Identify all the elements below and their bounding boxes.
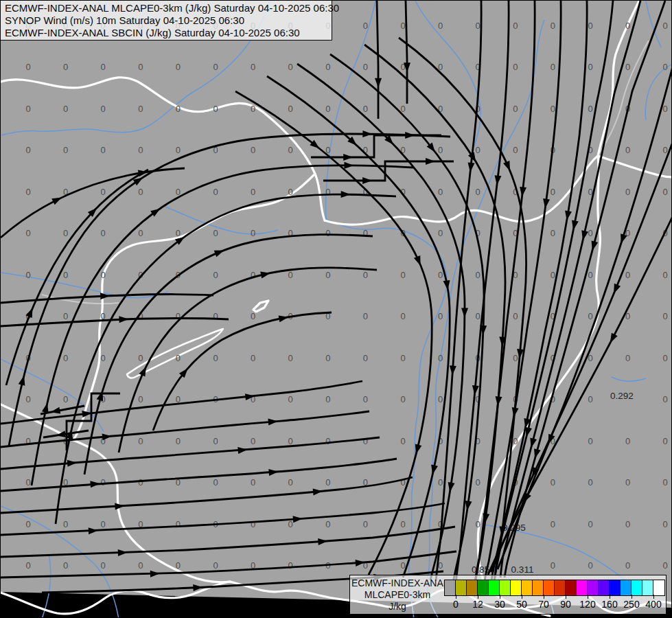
zero-label: 0 xyxy=(625,62,630,72)
zero-label: 0 xyxy=(251,187,255,197)
zero-label: 0 xyxy=(213,353,218,363)
zero-label: 0 xyxy=(363,62,368,72)
zero-label: 0 xyxy=(400,519,405,529)
zero-label: 0 xyxy=(63,311,68,321)
zero-label: 0 xyxy=(213,228,218,238)
streamline-path xyxy=(500,1,640,577)
zero-label: 0 xyxy=(288,560,293,571)
zero-label: 0 xyxy=(663,436,668,446)
zero-label: 0 xyxy=(400,436,405,446)
zero-label: 0 xyxy=(213,436,218,446)
zero-label: 0 xyxy=(25,104,30,114)
streamline-path xyxy=(1,381,362,424)
zero-label: 0 xyxy=(176,436,181,446)
zero-label: 0 xyxy=(476,21,480,31)
legend-color-swatch xyxy=(588,580,599,595)
zero-label: 0 xyxy=(63,519,68,529)
streamline-arrowhead xyxy=(525,427,532,437)
streamline-arrowhead xyxy=(343,154,353,161)
zero-label: 0 xyxy=(476,187,480,197)
zero-label: 0 xyxy=(363,270,368,280)
streamline-path xyxy=(235,91,432,575)
legend-color-swatch xyxy=(533,580,544,595)
zero-label: 0 xyxy=(325,436,330,446)
streamline-arrowhead xyxy=(362,177,372,184)
zero-label: 0 xyxy=(325,394,330,404)
streamline-arrowhead xyxy=(42,403,49,413)
zero-label: 0 xyxy=(25,228,30,238)
streamline-arrowhead xyxy=(89,527,98,534)
zero-label: 0 xyxy=(25,270,30,280)
legend-tick-label: 250 xyxy=(623,599,639,610)
zero-label: 0 xyxy=(663,394,668,404)
country-border-path xyxy=(253,301,268,312)
zero-label: 0 xyxy=(625,270,630,280)
zero-label: 0 xyxy=(63,394,68,404)
zero-label: 0 xyxy=(400,311,405,321)
zero-label: 0 xyxy=(101,228,106,238)
zero-label: 0 xyxy=(363,21,368,31)
streamline-path xyxy=(485,1,561,582)
zero-label: 0 xyxy=(176,62,181,72)
zero-label: 0 xyxy=(663,477,668,488)
zero-label: 0 xyxy=(513,104,518,114)
color-legend: ECMWF-INDEX-ANAL MLCAPE0-3km J/kg 012305… xyxy=(349,575,667,615)
zero-label: 0 xyxy=(588,62,592,72)
legend-titles: ECMWF-INDEX-ANAL MLCAPE0-3km J/kg xyxy=(351,577,443,613)
zero-label: 0 xyxy=(588,519,592,529)
zero-label: 0 xyxy=(663,560,668,571)
zero-label: 0 xyxy=(63,228,68,238)
legend-tick-label: 70 xyxy=(538,599,549,610)
weather-map-window: 0000000000000000000000000000000000000000… xyxy=(0,0,672,618)
zero-label: 0 xyxy=(588,270,592,280)
legend-color-swatch xyxy=(577,580,588,595)
zero-label: 0 xyxy=(138,187,143,197)
zero-label: 0 xyxy=(400,353,405,363)
streamline-arrowhead xyxy=(530,437,537,448)
zero-label: 0 xyxy=(63,62,68,72)
zero-label: 0 xyxy=(25,519,30,529)
legend-tick-label: 400 xyxy=(645,599,661,610)
legend-title-units: J/kg xyxy=(351,601,443,613)
legend-color-swatch xyxy=(445,580,456,595)
zero-label: 0 xyxy=(551,519,555,529)
river-path xyxy=(326,219,447,618)
zero-label: 0 xyxy=(325,353,330,363)
zero-label: 0 xyxy=(25,145,30,155)
zero-label: 0 xyxy=(551,270,555,280)
title-line-sbcin: ECMWF-INDEX-ANAL SBCIN (J/kg) Saturday 0… xyxy=(5,27,332,39)
zero-label: 0 xyxy=(363,394,368,404)
zero-label: 0 xyxy=(138,394,143,404)
zero-label: 0 xyxy=(288,145,293,155)
legend-tick-label: 50 xyxy=(516,599,527,610)
zero-label: 0 xyxy=(251,311,255,321)
river-path xyxy=(325,1,375,219)
zero-label: 0 xyxy=(213,104,218,114)
zero-label: 0 xyxy=(663,270,668,280)
zero-label: 0 xyxy=(325,477,330,488)
legend-color-swatch xyxy=(456,580,467,595)
zero-label: 0 xyxy=(588,477,592,488)
streamline-arrowhead xyxy=(414,255,421,266)
legend-color-swatch xyxy=(544,580,555,595)
zero-label: 0 xyxy=(288,187,293,197)
title-box: ECMWF-INDEX-ANAL MLCAPE0-3km (J/kg) Satu… xyxy=(1,1,332,41)
streamline-path xyxy=(153,312,332,431)
zero-label: 0 xyxy=(663,62,668,72)
streamline-path xyxy=(406,1,407,104)
zero-label: 0 xyxy=(101,519,106,529)
streamline-arrowhead xyxy=(362,130,372,137)
legend-color-swatch xyxy=(478,580,489,595)
title-line-synop-wind: SYNOP Wind (m/s) 10m Saturday 04-10-2025… xyxy=(5,14,332,27)
streamline-arrowhead xyxy=(465,501,472,511)
zero-label: 0 xyxy=(288,477,293,488)
streamline-path xyxy=(1,437,380,469)
streamline-arrowhead xyxy=(341,191,351,198)
zero-label: 0 xyxy=(625,519,630,529)
river-path xyxy=(165,207,278,234)
legend-tick-label: 120 xyxy=(579,599,595,610)
zero-label: 0 xyxy=(551,104,555,114)
river-path xyxy=(612,377,646,381)
legend-title-parameter: MLCAPE0-3km xyxy=(351,589,443,601)
zero-label: 0 xyxy=(101,560,106,571)
